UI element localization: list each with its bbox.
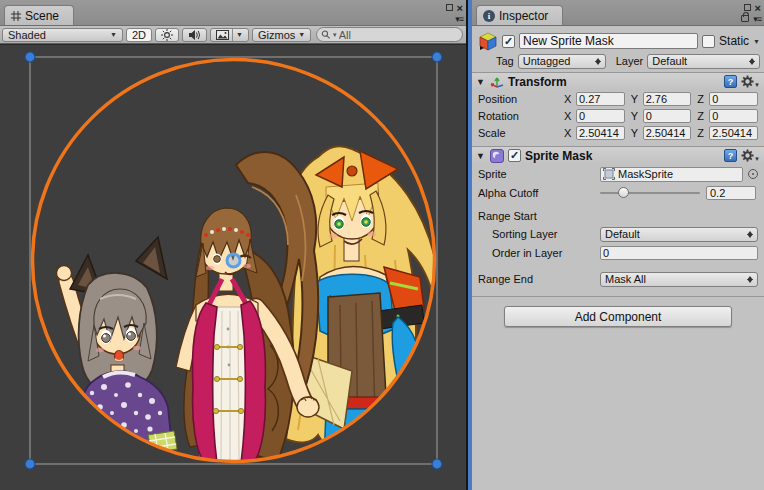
- search-icon: [321, 29, 331, 40]
- unity-editor-window: Scene × ▾≡ Shaded ▼ 2D: [0, 0, 764, 490]
- rotation-y-field[interactable]: 0: [643, 109, 692, 123]
- maximize-icon[interactable]: [744, 4, 751, 11]
- sorting-layer-value: Default: [605, 228, 640, 240]
- rotation-z-field[interactable]: 0: [709, 109, 758, 123]
- gameobject-header: ✓ New Sprite Mask ✓ Static ▼: [472, 30, 764, 52]
- scale-y-field[interactable]: 2.50414: [643, 126, 692, 140]
- tag-value: Untagged: [523, 55, 571, 67]
- search-filter-caret-icon[interactable]: ▼: [332, 32, 338, 38]
- order-in-layer-field[interactable]: 0: [600, 246, 758, 260]
- chevron-down-icon: ▼: [236, 31, 243, 38]
- scene-search-input[interactable]: [339, 29, 456, 41]
- scale-z-field[interactable]: 2.50414: [709, 126, 758, 140]
- object-picker-icon[interactable]: [748, 169, 758, 179]
- shading-mode-dropdown[interactable]: Shaded ▼: [2, 28, 123, 42]
- static-label: Static: [719, 34, 749, 48]
- axis-y-label: Y: [631, 93, 641, 105]
- pivot-handle[interactable]: [227, 254, 240, 267]
- selection-handle-bottom-left[interactable]: [25, 459, 35, 469]
- scale-x-field[interactable]: 2.50414: [576, 126, 625, 140]
- rotation-x-field[interactable]: 0: [576, 109, 625, 123]
- scale-label: Scale: [478, 127, 562, 139]
- panel-menu-icon[interactable]: ▾≡: [455, 14, 463, 24]
- sorting-layer-label: Sorting Layer: [478, 228, 598, 240]
- range-end-row: Range End Mask All: [472, 270, 764, 288]
- popup-arrows-icon: [746, 230, 753, 239]
- layer-value: Default: [652, 55, 687, 67]
- position-z-field[interactable]: 0: [709, 92, 758, 106]
- popup-arrows-icon: [594, 57, 601, 66]
- tag-dropdown[interactable]: Untagged: [518, 54, 606, 69]
- scene-viewport[interactable]: [0, 44, 466, 490]
- position-y-field[interactable]: 2.76: [643, 92, 692, 106]
- scene-toolbar: Shaded ▼ 2D ▼ Gizmos ▼: [0, 26, 466, 44]
- axis-x-label: X: [564, 110, 574, 122]
- rotation-row: Rotation X 0 Y 0 Z 0: [472, 108, 764, 124]
- order-in-layer-row: Order in Layer 0: [472, 244, 764, 262]
- popup-arrows-icon: [748, 57, 755, 66]
- axis-z-label: Z: [697, 93, 707, 105]
- gizmos-dropdown[interactable]: Gizmos ▼: [252, 28, 311, 42]
- gizmos-label: Gizmos: [258, 29, 295, 41]
- position-x-field[interactable]: 0.27: [576, 92, 625, 106]
- sprite-mask-title: Sprite Mask: [525, 149, 592, 163]
- active-checkbox[interactable]: ✓: [502, 35, 515, 48]
- tag-label: Tag: [496, 55, 514, 67]
- help-icon[interactable]: ?: [724, 149, 737, 162]
- selection-handle-bottom-right[interactable]: [432, 459, 442, 469]
- maximize-icon[interactable]: [446, 4, 453, 11]
- speaker-icon: [188, 29, 201, 41]
- effects-dropdown-button[interactable]: ▼: [210, 28, 249, 42]
- foldout-icon[interactable]: ▼: [476, 151, 486, 161]
- transform-header[interactable]: ▼ Transform ? ▼: [472, 72, 764, 90]
- settings-gear-icon[interactable]: ▼: [741, 75, 760, 88]
- foldout-icon[interactable]: ▼: [476, 77, 486, 87]
- lighting-toggle-button[interactable]: [155, 28, 179, 42]
- sorting-layer-dropdown[interactable]: Default: [600, 227, 758, 242]
- scale-row: Scale X 2.50414 Y 2.50414 Z 2.50414: [472, 125, 764, 141]
- inspector-tab-bar: i Inspector × ▾≡: [472, 0, 764, 26]
- image-icon: [216, 30, 229, 40]
- panel-menu-icon[interactable]: ▾≡: [753, 14, 761, 24]
- axis-y-label: Y: [631, 110, 641, 122]
- sprite-thumb-icon: [603, 168, 615, 180]
- masked-sprite-artwork[interactable]: [57, 146, 440, 463]
- alpha-cutoff-slider[interactable]: [600, 186, 700, 200]
- slider-knob[interactable]: [618, 187, 629, 198]
- axis-x-label: X: [564, 93, 574, 105]
- tab-scene[interactable]: Scene: [4, 5, 74, 25]
- close-icon[interactable]: ×: [755, 3, 761, 13]
- tag-layer-row: Tag Untagged Layer Default: [472, 52, 764, 72]
- static-dropdown-icon[interactable]: ▼: [753, 38, 760, 45]
- sprite-mask-header[interactable]: ▼ ✓ Sprite Mask ? ▼: [472, 146, 764, 164]
- selection-handle-top-right[interactable]: [432, 52, 442, 62]
- gameobject-cube-icon[interactable]: [478, 31, 498, 51]
- tab-inspector[interactable]: i Inspector: [476, 5, 563, 25]
- audio-toggle-button[interactable]: [182, 28, 207, 42]
- add-component-button[interactable]: Add Component: [504, 306, 732, 327]
- axis-x-label: X: [564, 127, 574, 139]
- gameobject-name-field[interactable]: New Sprite Mask: [519, 33, 698, 49]
- settings-gear-icon[interactable]: ▼: [741, 149, 760, 162]
- scene-search-field[interactable]: ▼: [316, 27, 463, 42]
- range-end-dropdown[interactable]: Mask All: [600, 272, 758, 287]
- close-icon[interactable]: ×: [457, 3, 463, 13]
- shading-mode-label: Shaded: [8, 29, 46, 41]
- order-in-layer-label: Order in Layer: [478, 247, 598, 259]
- grid-icon: [11, 11, 21, 21]
- component-enabled-checkbox[interactable]: ✓: [508, 149, 521, 162]
- sprite-object-field[interactable]: MaskSprite: [600, 167, 743, 182]
- sprite-mask-icon: [490, 149, 504, 163]
- static-checkbox[interactable]: ✓: [702, 35, 715, 48]
- transform-title: Transform: [508, 75, 567, 89]
- selection-handle-top-left[interactable]: [25, 52, 35, 62]
- position-label: Position: [478, 93, 562, 105]
- help-icon[interactable]: ?: [724, 75, 737, 88]
- inspector-panel: i Inspector × ▾≡: [472, 0, 764, 490]
- lock-icon[interactable]: [741, 15, 749, 22]
- alpha-cutoff-value-field[interactable]: 0.2: [706, 186, 756, 200]
- layer-dropdown[interactable]: Default: [647, 54, 760, 69]
- chevron-down-icon: ▼: [110, 31, 117, 38]
- rotation-label: Rotation: [478, 110, 562, 122]
- 2d-toggle-button[interactable]: 2D: [126, 28, 152, 42]
